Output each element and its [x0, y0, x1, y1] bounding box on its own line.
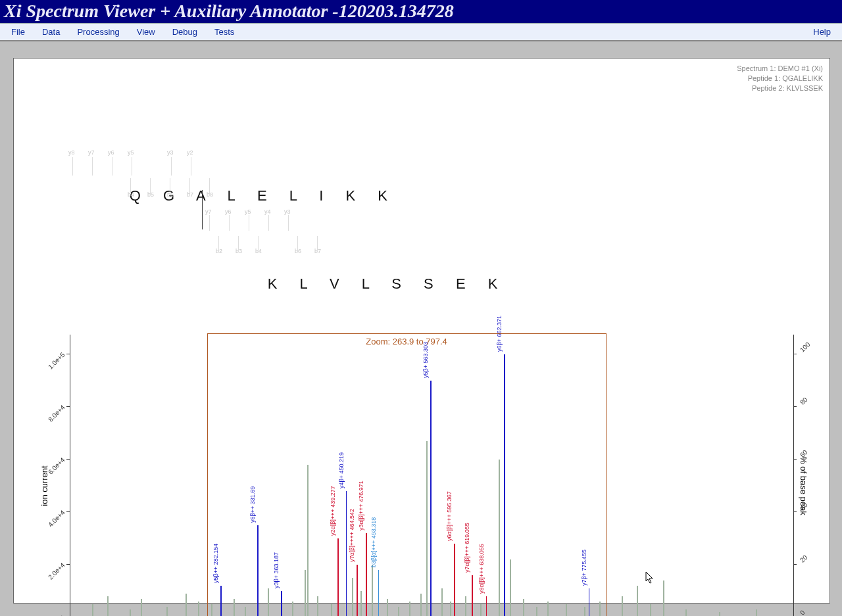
info-peptide2: Peptide 2: KLVLSSEK	[737, 83, 823, 93]
unannotated-peak	[650, 604, 651, 616]
unannotated-peak	[198, 602, 199, 616]
y-axis-right	[793, 335, 794, 616]
frag-tag: y6	[225, 208, 232, 215]
frag-tag: y8	[68, 149, 75, 156]
menu-file[interactable]: File	[3, 25, 34, 39]
menu-data[interactable]: Data	[34, 25, 68, 39]
frag-tag: y3	[284, 208, 291, 215]
frag-tag: y7	[205, 208, 212, 215]
unannotated-peak	[685, 609, 687, 616]
y-tick-label: 6.0e+4	[47, 456, 66, 476]
menu-tests[interactable]: Tests	[206, 25, 243, 39]
unannotated-peak	[141, 599, 142, 616]
unannotated-peak	[663, 580, 664, 616]
unannotated-peak	[622, 596, 623, 616]
unannotated-peak	[92, 604, 93, 616]
frag-tag: y3	[167, 149, 174, 156]
info-peptide1: Peptide 1: QGALELIKK	[737, 74, 823, 83]
peptide-2-sequence: K L V L S S E K	[188, 258, 507, 310]
peptide-2-text: K L V L S S E K	[268, 275, 507, 292]
frag-tag: y2	[187, 149, 193, 156]
unannotated-peak	[756, 609, 757, 616]
menu-help[interactable]: Help	[805, 25, 839, 39]
window-title: Xi Spectrum Viewer + Auxiliary Annotator…	[0, 0, 842, 23]
y-tick-label: 1.0e+5	[47, 351, 66, 371]
frag-tag: b2	[216, 248, 222, 254]
menu-view[interactable]: View	[128, 25, 164, 39]
zoom-label: Zoom: 263.9 to 797.4	[366, 337, 447, 346]
y-tick-label: 8.0e+4	[47, 404, 66, 423]
frag-tag: b8	[207, 191, 213, 198]
spectrum-plot[interactable]: m/z ion current % of base peak 200400600…	[34, 325, 810, 616]
frag-tag: y5	[245, 208, 251, 215]
zoom-selection-box[interactable]: Zoom: 263.9 to 797.4	[207, 333, 607, 616]
peptide-1-sequence: Q G A L E L I K K	[50, 170, 507, 222]
menu-processing[interactable]: Processing	[68, 25, 128, 39]
y-axis-left	[70, 335, 70, 616]
unannotated-peak	[166, 607, 168, 616]
frag-tag: b7	[187, 191, 193, 198]
frag-tag: y4	[264, 208, 271, 215]
unannotated-peak	[130, 609, 131, 616]
frag-tag: b6	[167, 191, 174, 198]
frag-tag: b4	[128, 191, 134, 198]
y2-tick-label: 80	[799, 396, 809, 406]
frag-tag: b5	[147, 191, 154, 198]
mouse-cursor-icon	[645, 571, 655, 584]
spectrum-canvas[interactable]: Spectrum 1: DEMO #1 (Xi) Peptide 1: QGAL…	[13, 58, 830, 604]
unannotated-peak	[107, 596, 109, 616]
y2-tick-label: 20	[799, 554, 809, 564]
info-spectrum: Spectrum 1: DEMO #1 (Xi)	[737, 64, 823, 74]
frag-tag: y6	[108, 149, 114, 156]
y-tick-label: 2.0e+4	[47, 561, 66, 581]
peptide-diagram: Q G A L E L I K K K L V L S S E K y8y7y6…	[50, 170, 507, 310]
frag-tag: b3	[235, 248, 242, 254]
unannotated-peak	[186, 594, 187, 616]
y2-tick-label: 0	[799, 609, 806, 616]
frag-tag: y5	[128, 149, 134, 156]
unannotated-peak	[719, 612, 720, 616]
unannotated-peak	[637, 586, 638, 616]
frag-tag: b4	[255, 248, 262, 254]
menu-bar: File Data Processing View Debug Tests He…	[0, 23, 842, 41]
frag-tag: b6	[295, 248, 301, 254]
crosslink-line	[202, 190, 203, 229]
y-tick-label: 4.0e+4	[47, 509, 66, 529]
menu-debug[interactable]: Debug	[164, 25, 206, 39]
frag-tag: y7	[88, 149, 95, 156]
y2-tick-label: 100	[799, 341, 812, 354]
info-box: Spectrum 1: DEMO #1 (Xi) Peptide 1: QGAL…	[737, 64, 823, 93]
frag-tag: b7	[314, 248, 321, 254]
